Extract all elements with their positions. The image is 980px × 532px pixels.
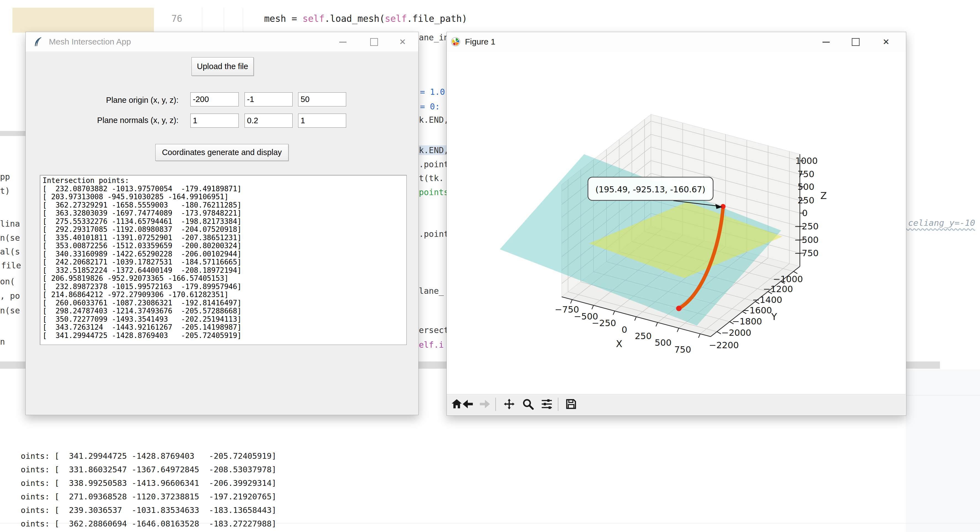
magnifier-icon xyxy=(522,398,534,410)
scrollbar-segment[interactable] xyxy=(0,131,25,136)
normal-z-field[interactable] xyxy=(298,113,346,128)
code-fragment: ane_in xyxy=(419,33,449,42)
svg-text:−1400: −1400 xyxy=(752,295,782,305)
code-fragment: = 0: xyxy=(420,102,440,111)
zoom-rect-button[interactable] xyxy=(520,397,535,411)
generate-display-button[interactable]: Coordinates generate and display xyxy=(155,144,288,161)
window-title: Mesh Intersection App xyxy=(49,37,131,46)
minimize-button[interactable] xyxy=(813,32,839,51)
code-fragment: = 1.0, xyxy=(420,87,450,97)
normal-x-field[interactable] xyxy=(190,113,239,128)
toolbar-separator xyxy=(558,398,558,411)
maximize-button[interactable] xyxy=(843,32,869,51)
z-axis-label: Z xyxy=(820,190,827,201)
svg-text:−1600: −1600 xyxy=(742,305,772,315)
output-line: [ 340.33160989 -1422.65290228 -206.00102… xyxy=(43,250,406,258)
svg-text:−250: −250 xyxy=(592,318,616,328)
code-token: mesh = xyxy=(264,13,302,24)
curve-end-point xyxy=(676,306,682,311)
save-button[interactable] xyxy=(563,397,578,411)
origin-x-field[interactable] xyxy=(190,92,239,107)
code-token: .load_mesh( xyxy=(325,13,385,24)
toolbar-separator xyxy=(495,398,496,411)
side-panel xyxy=(906,370,980,532)
code-fragment-selected: k.END, xyxy=(419,145,447,155)
svg-text:250: 250 xyxy=(797,195,814,205)
back-arrow-icon xyxy=(462,398,474,410)
pan-button[interactable] xyxy=(501,397,516,411)
maximize-icon xyxy=(852,38,859,46)
output-line: [ 343.7263124 -1443.92161267 -205.141989… xyxy=(43,323,406,331)
output-line: [ 341.29944725 -1428.8769403 -205.724059… xyxy=(43,331,406,340)
code-fragment: k.END, xyxy=(419,115,449,125)
console-line: oints: [ 239.3036537 -1031.83534633 -183… xyxy=(21,503,276,517)
console-output: oints: [ 341.29944725 -1428.8769403 -205… xyxy=(21,409,276,532)
code-fragment: ersect xyxy=(419,325,449,335)
y-axis-label: Y xyxy=(771,311,777,322)
console-line: oints: [ 358.33343477 -1573.53853976 -19… xyxy=(21,530,276,532)
upload-file-button[interactable]: Upload the file xyxy=(191,57,254,76)
svg-text:−750: −750 xyxy=(794,248,819,258)
minimize-icon xyxy=(822,42,830,43)
output-line: [ 214.86864212 -972.27909306 -170.612823… xyxy=(43,291,406,299)
svg-text:500: 500 xyxy=(797,182,814,192)
annotation-text: (195.49, -925.13, -160.67) xyxy=(595,185,705,194)
figure-toolbar xyxy=(447,394,905,415)
console-line: oints: [ 341.29944725 -1428.8769403 -205… xyxy=(21,449,276,463)
mesh-app-titlebar[interactable]: Mesh Intersection App ✕ xyxy=(26,32,418,51)
output-line: [ 232.89872378 -1015.99572163 -179.89957… xyxy=(43,283,406,291)
x-axis-label: X xyxy=(616,338,622,349)
svg-text:500: 500 xyxy=(654,338,671,348)
code-fragment: t) xyxy=(0,186,10,196)
output-line: [ 350.72277099 -1493.3541493 -202.251941… xyxy=(43,315,406,323)
output-line: [ 242.20682171 -1039.17827531 -184.57116… xyxy=(43,258,406,266)
svg-text:−1200: −1200 xyxy=(763,284,793,294)
intersection-output-textarea[interactable]: Intersection points: [ 232.08703882 -101… xyxy=(40,175,407,345)
code-fragment: t(tk. xyxy=(419,173,444,183)
desktop: 76 mesh = self.load_mesh(self.file_path)… xyxy=(0,0,980,532)
origin-z-field[interactable] xyxy=(298,92,346,107)
matplotlib-icon xyxy=(451,37,461,47)
editor-line-number: 76 xyxy=(160,13,182,24)
normal-y-field[interactable] xyxy=(245,113,293,128)
output-line: [ 332.51852224 -1372.64400149 -208.18972… xyxy=(43,266,406,275)
code-fragment: al(s xyxy=(0,247,20,256)
close-button[interactable]: ✕ xyxy=(390,32,415,51)
code-fragment: .point xyxy=(419,229,449,239)
plane-normals-label: Plane normals (x, y, z): xyxy=(68,116,178,125)
forward-button[interactable] xyxy=(477,397,492,411)
figure-window: Figure 1 ✕ xyxy=(447,32,906,416)
code-fragment: , po xyxy=(0,291,20,301)
pan-icon xyxy=(503,398,515,410)
plot-canvas[interactable]: −750 −500 −250 0 250 500 750 −1000 −1200… xyxy=(447,51,905,394)
window-title: Figure 1 xyxy=(465,37,495,46)
code-token-self: self xyxy=(302,13,325,24)
indent-guide xyxy=(224,8,224,33)
svg-text:1000: 1000 xyxy=(795,156,818,166)
output-line: [ 275.55332276 -1134.65794461 -198.82173… xyxy=(43,218,406,226)
code-fragment: points xyxy=(419,187,449,197)
svg-text:−250: −250 xyxy=(794,221,819,232)
svg-text:0: 0 xyxy=(622,325,627,335)
console-line: oints: [ 362.28860694 -1646.08163528 -18… xyxy=(21,517,276,530)
close-button[interactable]: ✕ xyxy=(873,32,899,51)
output-header: Intersection points: xyxy=(43,177,406,185)
code-fragment: .point xyxy=(419,159,449,169)
maximize-icon xyxy=(370,38,378,46)
indent-guide xyxy=(243,8,243,33)
origin-y-field[interactable] xyxy=(245,92,293,107)
inline-hint-text: \celiang_y=-10 xyxy=(903,218,975,228)
code-fragment: n(se xyxy=(0,306,20,315)
maximize-button[interactable] xyxy=(361,32,387,51)
configure-subplots-button[interactable] xyxy=(539,397,554,411)
code-fragment: pp xyxy=(0,172,10,182)
minimize-button[interactable] xyxy=(330,32,356,51)
svg-text:0: 0 xyxy=(802,208,808,218)
figure-titlebar[interactable]: Figure 1 ✕ xyxy=(447,32,906,51)
output-line: [ 232.08703882 -1013.97570054 -179.49189… xyxy=(43,185,406,193)
code-fragment: lane_ xyxy=(419,286,444,296)
annotated-point xyxy=(721,204,725,209)
svg-text:750: 750 xyxy=(797,169,814,179)
back-button[interactable] xyxy=(460,397,474,411)
output-line: [ 353.00872256 -1512.03359659 -200.80200… xyxy=(43,242,406,250)
